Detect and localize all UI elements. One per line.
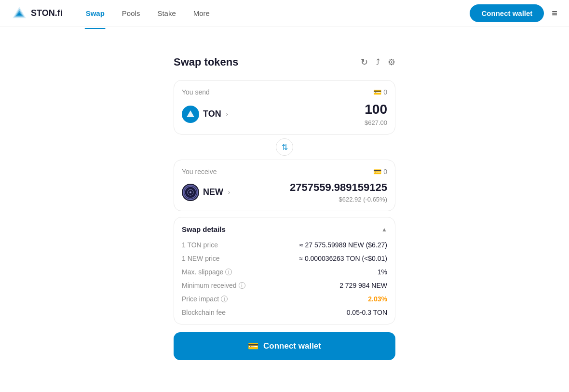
detail-slippage: Max. slippage i 1%	[182, 268, 387, 276]
detail-ton-price: 1 TON price ≈ 27 575.59989 NEW ($6.27)	[182, 241, 387, 249]
nav-more[interactable]: More	[186, 5, 217, 21]
ton-token-selector[interactable]: TON ›	[182, 106, 228, 123]
receive-section: You receive 💳 0	[174, 160, 395, 211]
send-label-row: You send 💳 0	[182, 88, 387, 96]
main-nav: Swap Pools Stake More	[78, 5, 217, 21]
receive-label-row: You receive 💳 0	[182, 168, 387, 176]
detail-min-received-value: 2 729 984 NEW	[339, 282, 387, 289]
wallet-balance-icon: 💳	[373, 88, 381, 96]
swap-direction-button[interactable]: ⇅	[276, 138, 293, 156]
swap-title: Swap tokens	[174, 56, 238, 68]
new-token-selector[interactable]: NEW ›	[182, 184, 230, 201]
detail-min-received: Minimum received i 2 729 984 NEW	[182, 282, 387, 289]
send-token-name: TON	[203, 109, 221, 119]
nav-pools[interactable]: Pools	[114, 5, 148, 21]
connect-wallet-main-button[interactable]: 💳 Connect wallet	[174, 332, 395, 360]
chart-icon[interactable]: ⤴	[376, 57, 380, 68]
receive-amount-container: 2757559.989159125 $622.92 (-0.65%)	[290, 181, 387, 203]
connect-wallet-header-button[interactable]: Connect wallet	[470, 4, 544, 22]
detail-new-price-label: 1 NEW price	[182, 255, 220, 262]
detail-price-impact-label: Price impact i	[182, 295, 228, 303]
swap-action-icons: ↻ ⤴ ⚙	[361, 57, 395, 68]
main-content: Swap tokens ↻ ⤴ ⚙ You send 💳 0	[0, 27, 569, 389]
new-token-icon	[182, 184, 199, 201]
wallet-icon: 💳	[248, 341, 258, 351]
swap-direction-container: ⇅	[174, 138, 395, 156]
logo[interactable]: STON.fi	[12, 6, 63, 21]
receive-usd-change: (-0.65%)	[363, 196, 387, 203]
send-amount[interactable]: 100	[365, 102, 387, 117]
send-usd: $627.00	[365, 119, 387, 126]
receive-balance-value: 0	[383, 168, 387, 176]
detail-slippage-value: 1%	[378, 268, 387, 276]
header-right: Connect wallet ≡	[470, 4, 557, 22]
price-impact-info-icon[interactable]: i	[221, 296, 228, 302]
connect-wallet-main-label: Connect wallet	[263, 341, 321, 351]
send-section: You send 💳 0 TON › 100	[174, 80, 395, 135]
detail-blockchain-fee-value: 0.05-0.3 TON	[347, 309, 387, 316]
svg-marker-4	[187, 110, 194, 117]
swap-details-section: Swap details ▲ 1 TON price ≈ 27 575.5998…	[174, 217, 395, 324]
header: STON.fi Swap Pools Stake More Connect wa…	[0, 0, 569, 27]
detail-price-impact: Price impact i 2.03%	[182, 295, 387, 303]
nav-swap[interactable]: Swap	[78, 5, 112, 21]
logo-text: STON.fi	[31, 8, 63, 18]
detail-new-price: 1 NEW price ≈ 0.000036263 TON (<$0.01)	[182, 255, 387, 262]
detail-slippage-label: Max. slippage i	[182, 268, 232, 276]
detail-ton-price-label: 1 TON price	[182, 241, 218, 249]
detail-blockchain-fee-label: Blockchain fee	[182, 309, 226, 316]
receive-usd: $622.92 (-0.65%)	[290, 196, 387, 203]
swap-details-title: Swap details	[182, 225, 226, 233]
slippage-info-icon[interactable]: i	[225, 269, 232, 275]
receive-usd-value: $622.92	[339, 196, 362, 203]
detail-new-price-value: ≈ 0.000036263 TON (<$0.01)	[299, 255, 387, 262]
receive-wallet-icon: 💳	[373, 168, 381, 176]
receive-token-row: NEW › 2757559.989159125 $622.92 (-0.65%)	[182, 181, 387, 203]
refresh-icon[interactable]: ↻	[361, 57, 368, 68]
svg-point-7	[190, 191, 191, 193]
settings-icon[interactable]: ⚙	[388, 57, 395, 68]
send-balance: 💳 0	[373, 88, 387, 96]
detail-min-received-label: Minimum received i	[182, 282, 245, 289]
min-received-info-icon[interactable]: i	[239, 282, 245, 289]
send-label: You send	[182, 88, 210, 96]
send-token-chevron: ›	[226, 111, 228, 118]
send-amount-container: 100 $627.00	[365, 102, 387, 126]
swap-arrows-icon: ⇅	[282, 143, 288, 152]
detail-blockchain-fee: Blockchain fee 0.05-0.3 TON	[182, 309, 387, 316]
swap-card: Swap tokens ↻ ⤴ ⚙ You send 💳 0	[174, 56, 395, 360]
swap-header: Swap tokens ↻ ⤴ ⚙	[174, 56, 395, 68]
nav-stake[interactable]: Stake	[149, 5, 183, 21]
details-chevron-icon: ▲	[381, 226, 387, 233]
send-token-row: TON › 100 $627.00	[182, 102, 387, 126]
send-balance-value: 0	[383, 88, 387, 96]
receive-label: You receive	[182, 168, 217, 176]
receive-amount[interactable]: 2757559.989159125	[290, 181, 387, 194]
receive-balance: 💳 0	[373, 168, 387, 176]
swap-details-header[interactable]: Swap details ▲	[182, 225, 387, 233]
hamburger-icon[interactable]: ≡	[552, 8, 557, 19]
detail-price-impact-value: 2.03%	[368, 295, 387, 303]
receive-token-name: NEW	[203, 187, 223, 197]
receive-token-chevron: ›	[228, 189, 230, 196]
ton-icon	[182, 106, 199, 123]
detail-ton-price-value: ≈ 27 575.59989 NEW ($6.27)	[299, 241, 387, 249]
